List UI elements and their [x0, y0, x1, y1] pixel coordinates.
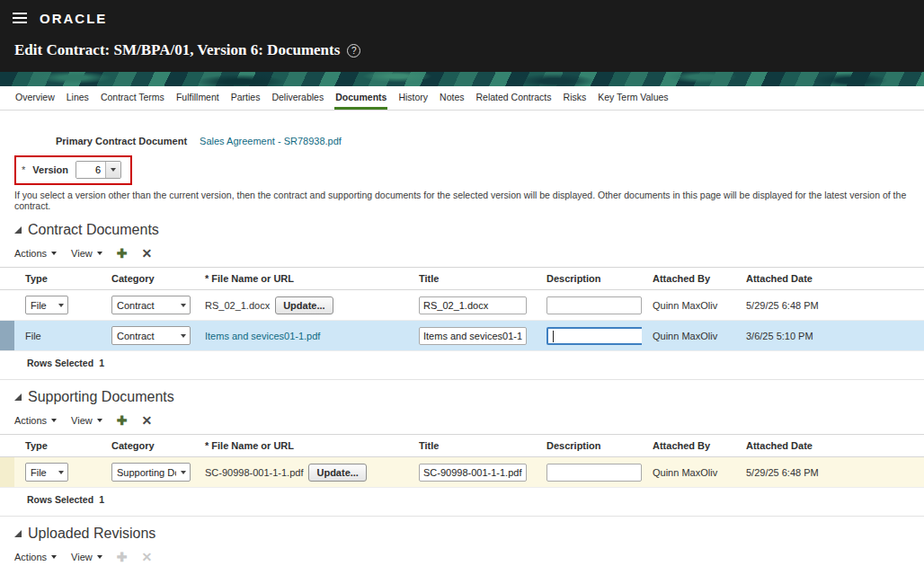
version-input[interactable] — [76, 162, 105, 178]
delete-icon[interactable]: ✕ — [141, 247, 152, 260]
help-icon[interactable]: ? — [347, 44, 360, 57]
supporting-documents-table-header: Type Category * File Name or URL Title D… — [0, 434, 924, 457]
tab-bar: Overview Lines Contract Terms Fulfillmen… — [0, 86, 924, 111]
decorative-banner-image — [0, 72, 924, 86]
column-header-file[interactable]: * File Name or URL — [194, 273, 408, 284]
actions-menu-button[interactable]: Actions — [14, 552, 57, 562]
view-menu-button[interactable]: View — [71, 248, 102, 259]
collapse-triangle-icon[interactable] — [14, 394, 22, 401]
rows-selected-count: 1 — [99, 494, 104, 505]
view-menu-button[interactable]: View — [71, 552, 102, 562]
description-input[interactable] — [546, 464, 642, 482]
column-header-attached-by[interactable]: Attached By — [642, 440, 735, 451]
supporting-documents-toolbar: Actions View ✚ ✕ — [14, 414, 924, 427]
column-header-title[interactable]: Title — [408, 273, 536, 284]
documents-tab-content: Primary Contract Document Sales Agreemen… — [0, 111, 924, 563]
type-select[interactable]: File — [25, 296, 68, 314]
add-icon[interactable]: ✚ — [117, 414, 128, 427]
contract-documents-section: Contract Documents Actions View ✚ ✕ Type… — [0, 222, 924, 368]
tab-overview[interactable]: Overview — [14, 86, 56, 110]
collapse-triangle-icon[interactable] — [14, 530, 22, 537]
type-text: File — [25, 331, 41, 341]
text-cursor — [553, 331, 554, 342]
uploaded-revisions-header[interactable]: Uploaded Revisions — [14, 526, 924, 542]
rows-selected-status: Rows Selected 1 — [27, 358, 924, 368]
rows-selected-label: Rows Selected — [27, 494, 93, 505]
tab-deliverables[interactable]: Deliverables — [271, 86, 324, 110]
delete-icon[interactable]: ✕ — [141, 414, 152, 427]
attached-by-text: Quinn MaxOliv — [653, 467, 717, 478]
actions-menu-button[interactable]: Actions — [14, 415, 57, 426]
update-button[interactable]: Update... — [308, 464, 366, 482]
title-input[interactable] — [419, 464, 527, 482]
version-dropdown-button[interactable] — [105, 162, 120, 178]
column-header-attached-date[interactable]: Attached Date — [735, 440, 924, 451]
tab-related-contracts[interactable]: Related Contracts — [475, 86, 553, 110]
tab-notes[interactable]: Notes — [439, 86, 465, 110]
tab-contract-terms[interactable]: Contract Terms — [100, 86, 165, 110]
column-header-file[interactable]: * File Name or URL — [194, 440, 408, 451]
required-marker: * — [22, 164, 25, 175]
uploaded-revisions-section: Uploaded Revisions Actions View ✚ ✕ — [0, 516, 924, 563]
title-input[interactable] — [419, 327, 527, 345]
rows-selected-count: 1 — [99, 358, 104, 368]
tab-lines[interactable]: Lines — [66, 86, 90, 110]
tab-documents[interactable]: Documents — [334, 86, 387, 110]
chevron-down-icon — [58, 304, 64, 307]
row-select-gutter[interactable] — [0, 321, 14, 350]
tab-parties[interactable]: Parties — [230, 86, 262, 110]
collapse-triangle-icon[interactable] — [14, 226, 22, 234]
hamburger-menu-icon[interactable] — [13, 13, 27, 23]
category-select[interactable]: Supporting Doc — [111, 463, 191, 482]
type-select[interactable]: File — [25, 463, 68, 482]
title-input[interactable] — [419, 296, 527, 314]
column-header-attached-date[interactable]: Attached Date — [735, 273, 924, 284]
file-name-link[interactable]: Items and sevices01-1.pdf — [205, 331, 320, 341]
attached-date-text: 3/6/25 5:10 PM — [746, 331, 813, 341]
contract-documents-table-header: Type Category * File Name or URL Title D… — [0, 267, 924, 290]
column-header-attached-by[interactable]: Attached By — [642, 273, 735, 284]
chevron-down-icon — [97, 555, 102, 559]
add-icon[interactable]: ✚ — [117, 247, 128, 260]
row-select-gutter[interactable] — [0, 457, 14, 487]
row-select-gutter[interactable] — [0, 290, 14, 320]
column-header-category[interactable]: Category — [101, 273, 194, 284]
tab-fulfillment[interactable]: Fulfillment — [175, 86, 220, 110]
description-input[interactable] — [546, 296, 642, 314]
version-annotation-highlight: * Version — [14, 155, 132, 185]
chevron-down-icon — [97, 252, 102, 255]
tab-risks[interactable]: Risks — [563, 86, 588, 110]
supporting-documents-header[interactable]: Supporting Documents — [14, 389, 924, 405]
version-dropdown[interactable] — [76, 161, 121, 179]
table-row[interactable]: File Contract RS_02_1.docx Update... Q — [0, 290, 924, 321]
category-select[interactable]: Contract — [111, 296, 191, 314]
column-header-type[interactable]: Type — [14, 440, 101, 451]
row-select-gutter-header — [0, 435, 14, 456]
chevron-down-icon — [181, 304, 186, 307]
primary-contract-document-row: Primary Contract Document Sales Agreemen… — [56, 136, 924, 146]
view-menu-button[interactable]: View — [71, 415, 102, 426]
actions-menu-label: Actions — [14, 415, 47, 426]
description-input-focused[interactable] — [546, 327, 642, 345]
tab-history[interactable]: History — [397, 86, 429, 110]
column-header-category[interactable]: Category — [101, 440, 194, 451]
category-select-value: Contract — [117, 331, 155, 341]
column-header-description[interactable]: Description — [536, 273, 642, 284]
tab-key-term-values[interactable]: Key Term Values — [597, 86, 669, 110]
actions-menu-button[interactable]: Actions — [14, 248, 57, 259]
primary-contract-document-link[interactable]: Sales Agreement - SR78938.pdf — [200, 136, 342, 146]
attached-date-text: 5/29/25 6:48 PM — [746, 300, 819, 311]
category-select[interactable]: Contract — [111, 326, 191, 345]
table-row-selected[interactable]: File Contract Items and sevices01-1.pdf — [0, 321, 924, 351]
column-header-title[interactable]: Title — [408, 440, 536, 451]
contract-documents-header[interactable]: Contract Documents — [14, 222, 924, 238]
update-button[interactable]: Update... — [275, 296, 333, 314]
chevron-down-icon — [51, 252, 57, 255]
view-menu-label: View — [71, 415, 93, 426]
column-header-description[interactable]: Description — [536, 440, 642, 451]
page-title: Edit Contract: SM/BPA/01, Version 6: Doc… — [0, 41, 924, 59]
column-header-type[interactable]: Type — [14, 273, 101, 284]
oracle-logo[interactable]: ORACLE — [40, 11, 107, 26]
table-row[interactable]: File Supporting Doc SC-90998-001-1-1.pdf… — [0, 457, 924, 488]
supporting-documents-section: Supporting Documents Actions View ✚ ✕ Ty… — [0, 379, 924, 505]
